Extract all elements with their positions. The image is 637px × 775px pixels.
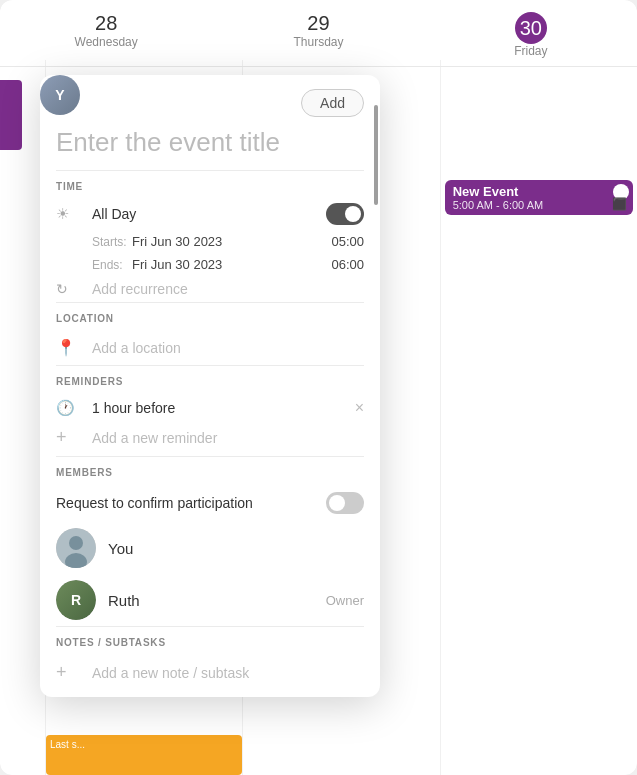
notes-section-label: NOTES / SUBTASKS (40, 627, 380, 654)
member-row-ruth[interactable]: R Ruth Owner (40, 574, 380, 626)
yellow-event[interactable]: Last s... (46, 735, 242, 775)
add-button[interactable]: Add (301, 89, 364, 117)
all-day-row[interactable]: ☀ All Day (40, 198, 380, 230)
location-pin-icon: 📍 (56, 338, 84, 357)
plus-icon-reminder: + (56, 427, 84, 448)
time-gutter (0, 60, 45, 775)
new-event-time: 5:00 AM - 6:00 AM (453, 199, 625, 211)
day-col-fri: 30 Friday (425, 12, 637, 58)
calendar-header: 28 Wednesday 29 Thursday 30 Friday (0, 0, 637, 67)
reminder-label: 1 hour before (92, 400, 355, 416)
ends-row[interactable]: Ends: Fri Jun 30 2023 06:00 (40, 253, 380, 276)
members-section-label: MEMBERS (40, 457, 380, 484)
location-placeholder: Add a location (92, 340, 181, 356)
ends-label: Ends: (92, 258, 132, 272)
day-name-wed: Wednesday (0, 35, 212, 49)
all-day-label: All Day (92, 206, 326, 222)
cal-col-fri: New Event 5:00 AM - 6:00 AM ⬛ (440, 60, 637, 775)
confirm-label: Request to confirm participation (56, 495, 326, 511)
starts-row[interactable]: Starts: Fri Jun 30 2023 05:00 (40, 230, 380, 253)
all-day-toggle[interactable] (326, 203, 364, 225)
add-note-row[interactable]: + Add a new note / subtask (40, 654, 380, 697)
starts-date: Fri Jun 30 2023 (132, 234, 331, 249)
day-num-29: 29 (212, 12, 424, 35)
starts-time: 05:00 (331, 234, 364, 249)
plus-icon-notes: + (56, 662, 84, 683)
reminder-item-row: 🕐 1 hour before × (40, 393, 380, 423)
reminders-section-label: REMINDERS (40, 366, 380, 393)
event-title-input[interactable] (40, 117, 380, 170)
add-reminder-row[interactable]: + Add a new reminder (40, 423, 380, 456)
member-row-you[interactable]: Y You (40, 522, 380, 574)
recurrence-row[interactable]: ↻ Add recurrence (40, 276, 380, 302)
new-event-title-text: New Event (453, 184, 519, 199)
alarm-icon: 🕐 (56, 399, 84, 417)
day-col-thu: 29 Thursday (212, 12, 424, 58)
confirm-participation-row[interactable]: Request to confirm participation (40, 484, 380, 522)
ends-time: 06:00 (331, 257, 364, 272)
member-role-ruth: Owner (326, 593, 364, 608)
member-name-ruth: Ruth (108, 592, 326, 609)
time-section-label: TIME (40, 171, 380, 198)
day-num-28: 28 (0, 12, 212, 35)
event-creation-modal: × Add TIME ☀ All Day Starts: Fri Jun 30 … (40, 75, 380, 697)
day-num-30: 30 (515, 12, 547, 44)
location-row[interactable]: 📍 Add a location (40, 330, 380, 365)
avatar-ruth: R (56, 580, 96, 620)
new-event-title-row: New Event (453, 184, 625, 199)
new-event-pill[interactable]: New Event 5:00 AM - 6:00 AM ⬛ (445, 180, 633, 215)
ends-date: Fri Jun 30 2023 (132, 257, 331, 272)
day-col-wed: 28 Wednesday (0, 12, 212, 58)
add-note-label: Add a new note / subtask (92, 665, 249, 681)
save-icon: ⬛ (612, 197, 627, 211)
remove-reminder-button[interactable]: × (355, 399, 364, 417)
confirm-participation-toggle[interactable] (326, 492, 364, 514)
recurrence-label: Add recurrence (92, 281, 188, 297)
day-name-thu: Thursday (212, 35, 424, 49)
purple-strip (0, 80, 22, 150)
modal-header: × Add (40, 75, 380, 117)
avatar-you: Y (56, 528, 96, 568)
sun-icon: ☀ (56, 205, 84, 223)
day-name-fri: Friday (425, 44, 637, 58)
member-name-you: You (108, 540, 364, 557)
add-reminder-label: Add a new reminder (92, 430, 217, 446)
scroll-indicator (374, 105, 378, 205)
starts-label: Starts: (92, 235, 132, 249)
recurrence-icon: ↻ (56, 281, 84, 297)
location-section-label: LOCATION (40, 303, 380, 330)
